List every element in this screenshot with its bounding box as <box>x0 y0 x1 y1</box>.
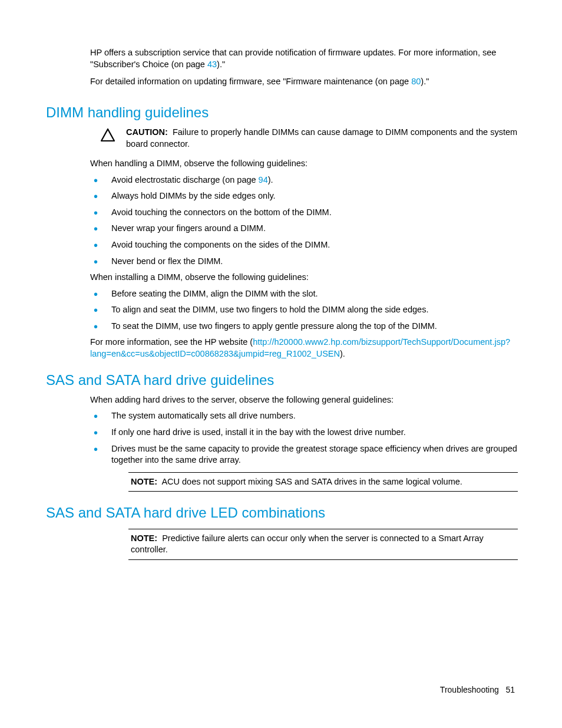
dimm-installing-intro: When installing a DIMM, observe the foll… <box>90 272 518 284</box>
list-item: Avoid touching the connectors on the bot… <box>90 207 518 219</box>
led-note-box: NOTE: Predictive failure alerts can occu… <box>128 529 518 560</box>
text: HP offers a subscription service that ca… <box>90 48 496 69</box>
heading-dimm: DIMM handling guidelines <box>46 103 518 122</box>
page-link-94[interactable]: 94 <box>259 175 268 185</box>
page-container: HP offers a subscription service that ca… <box>0 0 562 728</box>
dimm-handling-intro: When handling a DIMM, observe the follow… <box>90 158 518 170</box>
text: ). <box>340 349 345 358</box>
dimm-more-info: For more information, see the HP website… <box>90 337 518 360</box>
caution-label: CAUTION: <box>126 127 168 137</box>
list-item: Never bend or flex the DIMM. <box>90 256 518 268</box>
list-item: Avoid touching the components on the sid… <box>90 239 518 251</box>
text: Avoid electrostatic discharge (on page <box>111 175 259 185</box>
dimm-handling-list: Avoid electrostatic discharge (on page 9… <box>90 174 518 267</box>
note-label: NOTE: <box>131 533 157 543</box>
list-item: If only one hard drive is used, install … <box>90 427 518 439</box>
caution-body: Failure to properly handle DIMMs can cau… <box>126 127 517 149</box>
intro-para-1: HP offers a subscription service that ca… <box>90 47 518 70</box>
sas-intro: When adding hard drives to the server, o… <box>90 394 518 406</box>
caution-icon <box>100 128 115 142</box>
page-link-43[interactable]: 43 <box>207 60 217 69</box>
text: ). <box>268 175 273 185</box>
list-item: Drives must be the same capacity to prov… <box>90 443 518 466</box>
caution-text-block: CAUTION: Failure to properly handle DIMM… <box>126 127 518 150</box>
footer-section: Troubleshooting <box>440 685 499 694</box>
list-item: Never wrap your fingers around a DIMM. <box>90 223 518 235</box>
text: For detailed information on updating fir… <box>90 77 411 86</box>
text: For more information, see the HP website… <box>90 337 253 347</box>
list-item: Before seating the DIMM, align the DIMM … <box>90 288 518 300</box>
sas-note-box: NOTE: ACU does not support mixing SAS an… <box>128 472 518 492</box>
page-link-80[interactable]: 80 <box>411 77 421 86</box>
footer-page-number: 51 <box>505 685 515 694</box>
dimm-installing-list: Before seating the DIMM, align the DIMM … <box>90 288 518 332</box>
caution-callout: CAUTION: Failure to properly handle DIMM… <box>100 127 518 150</box>
note-body: Predictive failure alerts can occur only… <box>131 533 484 555</box>
heading-sas: SAS and SATA hard drive guidelines <box>46 371 518 390</box>
list-item: Always hold DIMMs by the side edges only… <box>90 190 518 202</box>
page-footer: Troubleshooting 51 <box>440 684 515 696</box>
list-item: Avoid electrostatic discharge (on page 9… <box>90 174 518 186</box>
list-item: To seat the DIMM, use two fingers to app… <box>90 321 518 332</box>
list-item: The system automatically sets all drive … <box>90 410 518 422</box>
note-label: NOTE: <box>131 477 157 486</box>
text: )." <box>217 60 225 69</box>
note-body: ACU does not support mixing SAS and SATA… <box>161 477 462 486</box>
intro-block: HP offers a subscription service that ca… <box>90 47 518 88</box>
text: )." <box>421 77 429 86</box>
intro-para-2: For detailed information on updating fir… <box>90 76 518 88</box>
sas-list: The system automatically sets all drive … <box>90 410 518 466</box>
list-item: To align and seat the DIMM, use two fing… <box>90 304 518 316</box>
heading-led: SAS and SATA hard drive LED combinations <box>46 503 518 522</box>
